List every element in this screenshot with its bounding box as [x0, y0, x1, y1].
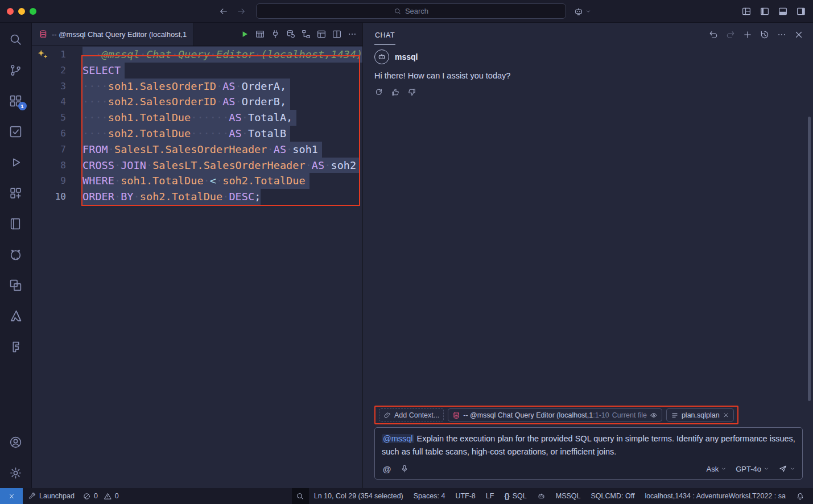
activity-item-extensions[interactable]: 1 [0, 85, 32, 116]
activity-item-run-debug[interactable] [0, 147, 32, 177]
close-panel-icon[interactable] [794, 30, 804, 40]
split-editor-icon[interactable] [332, 29, 342, 39]
chat-panel-title[interactable]: CHAT [374, 24, 395, 45]
toggle-secondary-sidebar-icon[interactable] [796, 6, 806, 16]
undo-icon[interactable] [708, 30, 719, 40]
send-button[interactable] [778, 464, 795, 473]
unhelpful-icon[interactable] [407, 88, 416, 97]
close-icon[interactable] [723, 412, 729, 419]
zoom-window-button[interactable] [30, 8, 36, 15]
line-number[interactable]: 8 [32, 158, 66, 173]
line-number[interactable]: 6 [32, 126, 66, 142]
copilot-sparkle-icon[interactable] [36, 48, 49, 61]
activity-item-azure[interactable] [0, 300, 32, 331]
code-token: < [210, 173, 216, 189]
problems-warnings[interactable]: 0 [101, 488, 122, 504]
whitespace-dots: ···· [82, 110, 108, 126]
rerun-icon[interactable] [374, 88, 383, 97]
eye-icon[interactable] [650, 411, 658, 419]
mode-dropdown[interactable]: Ask [707, 465, 727, 473]
context-chip-current-file[interactable]: -- @mssql Chat Query Editor (localhost,1… [448, 408, 662, 422]
code-line[interactable]: 5····soh1.TotalDue······AS·TotalA, [32, 110, 362, 126]
line-number[interactable]: 3 [32, 79, 66, 94]
code-line[interactable]: 6····soh2.TotalDue······AS·TotalB [32, 126, 362, 142]
activity-item-components[interactable] [0, 177, 32, 208]
code-line[interactable]: 3····soh1.SalesOrderID·AS·OrderA, [32, 79, 362, 94]
customize-layout-icon[interactable] [741, 6, 752, 16]
mention-button[interactable]: @ [382, 464, 392, 474]
code-line[interactable]: 10ORDER·BY·soh2.TotalDue·DESC; [32, 189, 362, 205]
activity-item-settings[interactable] [0, 457, 32, 488]
code-line[interactable]: 7FROM·SalesLT.SalesOrderHeader·AS·soh1 [32, 142, 362, 158]
chat-history-icon[interactable] [760, 30, 770, 40]
remote-indicator[interactable] [0, 488, 23, 504]
line-number[interactable]: 4 [32, 94, 66, 110]
whitespace-dots: ······ [191, 126, 229, 142]
code-line[interactable]: 4····soh2.SalesOrderID·AS·OrderB, [32, 94, 362, 110]
language-mode[interactable]: {}SQL [499, 488, 531, 504]
minimize-window-button[interactable] [18, 8, 25, 15]
activity-item-fabric[interactable] [0, 331, 32, 362]
activity-item-testing[interactable] [0, 116, 32, 147]
more-actions-icon[interactable] [347, 29, 357, 39]
indentation[interactable]: Spaces: 4 [408, 488, 451, 504]
notifications[interactable] [791, 488, 810, 504]
encoding[interactable]: UTF-8 [450, 488, 480, 504]
cursor-position[interactable]: Ln 10, Col 29 (354 selected) [309, 488, 408, 504]
context-chip-plan-sqlplan[interactable]: plan.sqlplan [666, 408, 734, 422]
microphone-icon[interactable] [400, 464, 409, 473]
line-number[interactable]: 2 [32, 63, 66, 79]
helpful-icon[interactable] [391, 88, 400, 97]
line-number[interactable]: 9 [32, 173, 66, 189]
toggle-panel-icon[interactable] [778, 6, 788, 16]
sqlcmd-status[interactable]: SQLCMD: Off [586, 488, 640, 504]
close-window-button[interactable] [7, 8, 14, 15]
command-center-search[interactable]: Search [256, 3, 566, 19]
redo-icon[interactable] [725, 30, 736, 40]
toggle-primary-sidebar-icon[interactable] [760, 6, 770, 16]
github-icon [9, 247, 23, 262]
zoom-indicator[interactable] [292, 488, 309, 504]
code-token: OrderB, [242, 94, 286, 110]
refresh-intellisense-icon[interactable] [286, 29, 296, 39]
code-line[interactable]: 8CROSS·JOIN·SalesLT.SalesOrderHeader·AS·… [32, 158, 362, 173]
model-dropdown[interactable]: GPT-4o [736, 465, 769, 473]
table-designer-icon[interactable] [316, 29, 327, 39]
connection-status[interactable]: localhost,1434 : AdventureWorksLT2022 : … [639, 488, 791, 504]
code-text: SELECT [66, 63, 362, 79]
more-actions-icon[interactable] [777, 30, 787, 40]
chat-input-box[interactable]: @mssqlExplain the execution plan for the… [374, 427, 803, 480]
launchpad[interactable]: Launchpad [23, 488, 80, 504]
line-number[interactable]: 5 [32, 110, 66, 126]
activity-item-source-control[interactable] [0, 55, 32, 85]
copilot-status[interactable] [532, 488, 551, 504]
code-editor[interactable]: 1--·@mssql·Chat·Query·Editor·(localhost,… [32, 46, 362, 488]
new-chat-icon[interactable] [742, 30, 753, 40]
activity-item-search[interactable] [0, 24, 32, 55]
code-line[interactable]: 1--·@mssql·Chat·Query·Editor·(localhost,… [32, 47, 362, 63]
mssql-status[interactable]: MSSQL [551, 488, 586, 504]
editor-tab[interactable]: -- @mssql Chat Query Editor (localhost,1 [32, 23, 194, 46]
line-number[interactable]: 10 [32, 189, 66, 205]
code-token: AS [312, 158, 324, 173]
chat-scrollbar[interactable] [808, 117, 811, 401]
navigate-forward-icon[interactable] [236, 6, 246, 16]
eol-sequence[interactable]: LF [481, 488, 500, 504]
schema-compare-icon[interactable] [301, 29, 311, 39]
code-line[interactable]: 2SELECT [32, 63, 362, 79]
code-line[interactable]: 9WHERE·soh1.TotalDue·<·soh2.TotalDue [32, 173, 362, 189]
problems-warnings-label: 0 [115, 492, 119, 500]
add-context-button[interactable]: Add Context... [379, 408, 444, 422]
activity-item-github[interactable] [0, 239, 32, 270]
navigate-back-icon[interactable] [218, 6, 229, 16]
problems-errors[interactable]: 0 [80, 488, 101, 504]
line-number[interactable]: 7 [32, 142, 66, 158]
connect-icon[interactable] [270, 29, 280, 39]
chat-input-text[interactable]: @mssqlExplain the execution plan for the… [382, 432, 795, 458]
run-query-icon[interactable] [240, 29, 250, 39]
activity-item-book[interactable] [0, 208, 32, 239]
results-grid-icon[interactable] [255, 29, 265, 39]
activity-item-remote-explorer[interactable] [0, 270, 32, 300]
activity-item-account[interactable] [0, 427, 32, 457]
copilot-menu[interactable] [573, 6, 591, 16]
